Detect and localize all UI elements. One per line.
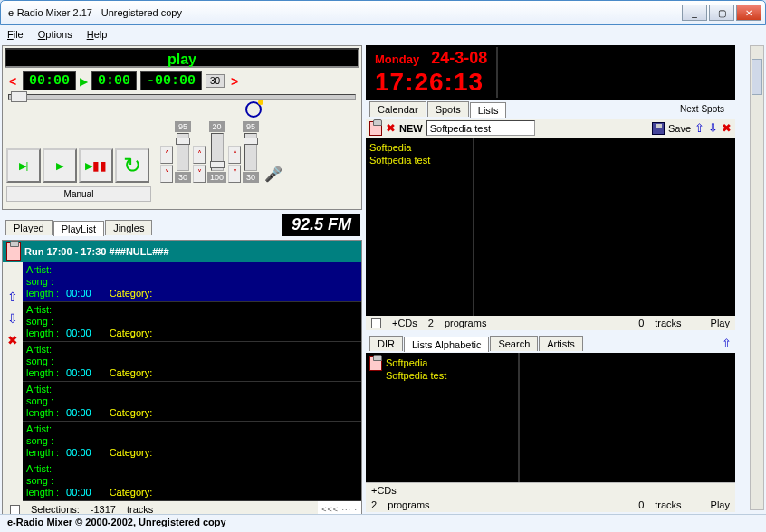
statusbar: e-Radio Mixer © 2000-2002, Unregistered … (0, 514, 766, 532)
time-current: 0:00 (91, 71, 137, 90)
cds-checkbox[interactable] (371, 318, 381, 328)
save-icon[interactable] (652, 122, 665, 135)
time-elapsed: 00:00 (23, 71, 76, 90)
fm-display: 92.5 FM (282, 214, 360, 236)
clock-spare (496, 47, 733, 98)
list-item[interactable]: Softpedia test (369, 154, 469, 166)
vol2-bot: 100 (207, 172, 226, 183)
tab-spots[interactable]: Spots (427, 101, 469, 117)
lower-programs-label: programs (388, 499, 429, 510)
vol3-slider[interactable] (244, 133, 257, 171)
save-label: Save (668, 123, 691, 134)
mode-label[interactable]: Manual (6, 186, 151, 202)
playlist-row[interactable]: Artist:song :length :00:00Category: (23, 342, 361, 381)
clipboard-icon (369, 356, 382, 371)
playlist-header: Run 17:00 - 17:30 ###NULL### (3, 241, 361, 262)
close-button[interactable]: ✕ (736, 5, 761, 21)
vol2-top: 20 (209, 121, 225, 132)
vol1-bot: 30 (175, 172, 191, 183)
play-label[interactable]: Play (711, 318, 730, 328)
tab-jingles[interactable]: Jingles (105, 220, 152, 235)
lower-programs-count: 2 (371, 499, 377, 510)
vol1-updown[interactable]: ˄˅ (160, 146, 173, 183)
titlebar[interactable]: e-Radio Mixer 2.17 - Unregistered copy _… (0, 0, 766, 25)
playlist-row[interactable]: Artist:song :length :00:00Category: (23, 461, 361, 500)
list-down-icon[interactable]: ⇩ (708, 121, 718, 135)
vol3-updown[interactable]: ˄˅ (228, 146, 241, 183)
programs-label: programs (445, 318, 486, 328)
list-name-input[interactable] (426, 120, 535, 136)
vol2-slider[interactable] (211, 133, 224, 171)
seek-slider[interactable] (8, 94, 356, 100)
playlist-row[interactable]: Artist:song :length :00:00Category: (23, 262, 361, 301)
reload-button[interactable]: ↻ (115, 148, 149, 183)
menu-options[interactable]: Options (38, 29, 72, 40)
tab-search[interactable]: Search (490, 336, 538, 351)
move-up-icon[interactable]: ⇧ (7, 290, 18, 304)
tab-played[interactable]: Played (5, 220, 53, 235)
vol3-bot: 30 (243, 172, 259, 183)
player-panel: play < 00:00 ▶ 0:00 00:00 30 > ▶| ▶ ▶▮▮ … (2, 45, 362, 210)
tab-dir[interactable]: DIR (369, 336, 403, 351)
tracks-count-r: 0 (638, 318, 644, 328)
list-remove-icon[interactable]: ✖ (722, 121, 732, 135)
list-item[interactable]: Softpedia (369, 141, 469, 154)
play-status: play (5, 48, 359, 68)
play-button[interactable]: ▶ (43, 148, 77, 183)
playlist-panel: Run 17:00 - 17:30 ###NULL### ⇧ ⇩ ✖ Artis… (2, 240, 362, 518)
vol2-updown[interactable]: ˄˅ (193, 146, 206, 183)
selections-checkbox[interactable] (10, 505, 20, 515)
playlist-row[interactable]: Artist:song :length :00:00Category: (23, 302, 361, 341)
lower-tracks-label: tracks (655, 499, 681, 510)
lower-tracks-count: 0 (638, 499, 644, 510)
cds-label: +CDs (392, 318, 417, 328)
play-icon: ▶ (80, 75, 88, 88)
programs-count: 2 (428, 318, 434, 328)
status-text: e-Radio Mixer © 2000-2002, Unregistered … (7, 517, 226, 527)
lower-cds-label[interactable]: +CDs (371, 485, 397, 496)
time-remaining: 00:00 (140, 71, 202, 90)
programs-list[interactable]: SoftpediaSoftpedia test (366, 138, 474, 316)
next-track-button[interactable]: > (228, 74, 241, 89)
clock-time: 17:26:13 (375, 68, 487, 97)
vol1-top: 95 (175, 121, 191, 132)
play-pause-button[interactable]: ▶▮▮ (79, 148, 113, 183)
mic-icon[interactable]: 🎤 (264, 166, 282, 183)
lower-programs-list[interactable]: SoftpediaSoftpedia test (366, 353, 520, 482)
menu-help[interactable]: Help (87, 29, 108, 40)
tab-calendar[interactable]: Calendar (369, 101, 426, 117)
lower-play-label[interactable]: Play (711, 499, 730, 510)
playlist-header-text: Run 17:00 - 17:30 ###NULL### (24, 246, 169, 257)
tracks-label-r: tracks (655, 318, 681, 328)
delete-list-icon[interactable]: ✖ (386, 121, 396, 135)
list-up-icon[interactable]: ⇧ (694, 121, 704, 135)
tab-playlist[interactable]: PlayList (53, 221, 105, 236)
menu-file[interactable]: File (7, 29, 24, 40)
playlist-tabs: Played PlayList Jingles (2, 215, 153, 235)
tab-artists[interactable]: Artists (539, 336, 583, 351)
new-label: NEW (399, 123, 423, 134)
vertical-scrollbar[interactable] (750, 45, 764, 510)
tab-alpha[interactable]: Lists Alphabetic (404, 337, 489, 352)
clipboard-icon[interactable] (369, 121, 382, 136)
vol1-slider[interactable] (177, 133, 189, 171)
new-bar: ✖ NEW Save ⇧ ⇩ ✖ (366, 119, 735, 138)
playlist-row[interactable]: Artist:song :length :00:00Category: (23, 382, 361, 421)
tracks-list[interactable] (474, 138, 735, 316)
delete-icon[interactable]: ✖ (7, 333, 18, 347)
next-button[interactable]: ▶| (6, 148, 41, 183)
playlist-row[interactable]: Artist:song :length :00:00Category: (23, 422, 361, 461)
list-up-icon-2[interactable]: ⇧ (722, 337, 732, 350)
tab-lists[interactable]: Lists (470, 102, 507, 118)
lower-tracks-list[interactable] (520, 353, 735, 482)
minimize-button[interactable]: _ (682, 5, 707, 21)
counter-box[interactable]: 30 (206, 74, 225, 88)
stopwatch-icon[interactable] (245, 101, 262, 118)
prev-track-button[interactable]: < (6, 74, 19, 89)
maximize-button[interactable]: ▢ (709, 5, 734, 21)
window-title: e-Radio Mixer 2.17 - Unregistered copy (5, 7, 680, 18)
next-spots-label[interactable]: Next Spots (680, 104, 732, 114)
list-item[interactable]: Softpedia test (386, 369, 446, 382)
list-item[interactable]: Softpedia (386, 356, 446, 369)
move-down-icon[interactable]: ⇩ (7, 311, 18, 326)
